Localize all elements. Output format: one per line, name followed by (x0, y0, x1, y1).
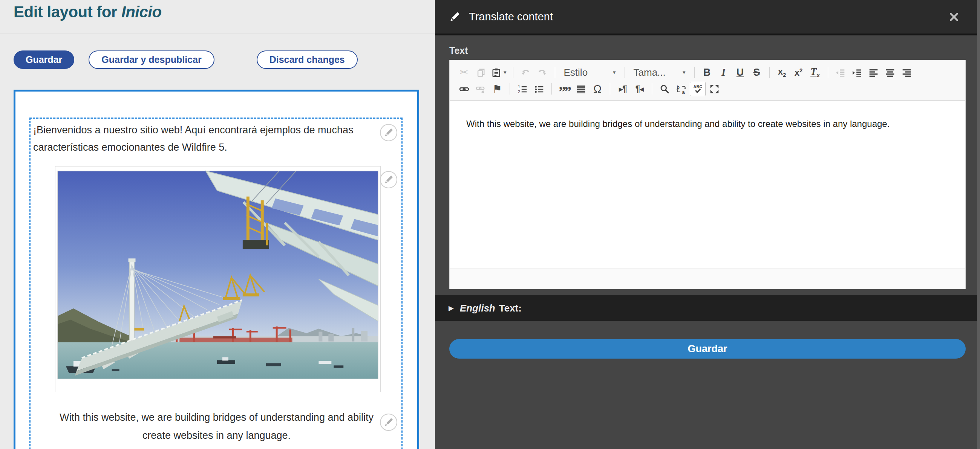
maximize-icon[interactable] (706, 82, 722, 96)
pencil-icon (449, 11, 461, 23)
bidi-rtl-icon[interactable]: ¶◂ (632, 82, 647, 96)
remove-format-icon[interactable]: Tx (807, 65, 823, 79)
toolbar-separator (828, 67, 828, 78)
english-text-line: With this website, we are building bridg… (30, 408, 402, 427)
source-language-label: English (460, 303, 495, 314)
toolbar-row-1: ✂▾Estilo▾Tama...▾BIUSx2x2Tx (456, 64, 959, 81)
italic-icon[interactable]: I (716, 65, 732, 79)
size-combo[interactable]: Tama...▾ (630, 65, 690, 79)
bulleted-list-icon[interactable] (531, 82, 547, 96)
chevron-down-icon: ▾ (504, 69, 507, 76)
expand-arrow-icon: ▶ (449, 304, 454, 312)
panel-title: Translate content (469, 11, 553, 23)
bridge-photo-block[interactable] (55, 166, 381, 392)
anchor-icon[interactable]: ⚑ (489, 82, 505, 96)
edit-image-button[interactable] (380, 171, 397, 188)
align-center-icon[interactable] (882, 65, 898, 79)
bold-icon[interactable]: B (699, 65, 715, 79)
copy-icon (473, 65, 488, 79)
source-field-label: Text: (499, 303, 522, 314)
english-text-line: create websites in any language. (30, 427, 402, 444)
align-left-icon[interactable] (866, 65, 881, 79)
page-title-emphasis: Inicio (121, 3, 162, 21)
layout-editor-pane: Edit layout for Inicio Guardar Guardar y… (0, 0, 435, 449)
bidi-ltr-icon[interactable]: ▸¶ (615, 82, 631, 96)
superscript-icon[interactable]: x2 (791, 65, 807, 79)
editor-toolbar: ✂▾Estilo▾Tama...▾BIUSx2x2Tx ⚑””Ω▸¶¶◂ (450, 60, 965, 101)
pencil-icon (383, 417, 394, 428)
cut-icon: ✂ (456, 65, 472, 79)
edit-intro-text-button[interactable] (380, 124, 397, 141)
intro-text-line: características emocionantes de Wildfire… (33, 139, 391, 156)
unlink-icon (473, 82, 488, 96)
replace-icon[interactable] (673, 82, 689, 96)
save-button[interactable]: Guardar (14, 51, 74, 69)
outdent-icon (833, 65, 848, 79)
toolbar-separator (513, 67, 513, 78)
toolbar-separator (625, 67, 625, 78)
link-icon[interactable] (456, 82, 472, 96)
edit-english-text-button[interactable] (380, 414, 397, 431)
div-container-icon[interactable] (573, 82, 589, 96)
indent-icon[interactable] (849, 65, 865, 79)
discard-changes-button[interactable]: Discard changes (257, 51, 358, 69)
bridge-construction-photo (56, 167, 380, 392)
header-divider (0, 33, 435, 33)
toolbar-separator (555, 67, 555, 78)
rich-text-editor: ✂▾Estilo▾Tama...▾BIUSx2x2Tx ⚑””Ω▸¶¶◂ Wit… (449, 60, 966, 289)
panel-header: Translate content (435, 0, 980, 35)
redo-icon (535, 65, 550, 79)
close-panel-button[interactable] (948, 11, 960, 23)
translate-content-panel: Translate content Text ✂▾Estilo▾Tama...▾… (435, 0, 980, 449)
pencil-icon (383, 127, 394, 138)
align-right-icon[interactable] (899, 65, 915, 79)
save-and-unpublish-button[interactable]: Guardar y despublicar (89, 51, 214, 69)
toolbar-separator (769, 67, 770, 78)
paste-icon[interactable]: ▾ (489, 65, 509, 79)
editor-content-area[interactable]: With this website, we are building bridg… (450, 101, 965, 268)
blockquote-icon[interactable]: ”” (556, 82, 572, 96)
close-icon (949, 12, 959, 22)
toolbar-separator (694, 67, 695, 78)
text-field-label: Text (449, 45, 980, 56)
subscript-icon[interactable]: x2 (774, 65, 790, 79)
chevron-down-icon: ▾ (613, 69, 616, 76)
numbered-list-icon[interactable] (514, 82, 530, 96)
special-character-icon[interactable]: Ω (590, 82, 605, 96)
styles-combo[interactable]: Estilo▾ (560, 65, 620, 79)
panel-save-button[interactable]: Guardar (449, 339, 966, 359)
action-button-row: Guardar Guardar y despublicar Discard ch… (14, 51, 358, 69)
toolbar-separator (551, 83, 552, 95)
editor-status-bar (450, 268, 965, 289)
toolbar-row-2: ⚑””Ω▸¶¶◂ (456, 81, 959, 97)
intro-text-line: ¡Bienvenidos a nuestro sitio web! Aquí e… (33, 121, 391, 139)
find-icon[interactable] (657, 82, 673, 96)
underline-icon[interactable]: U (732, 65, 748, 79)
toolbar-separator (652, 83, 652, 95)
chevron-down-icon: ▾ (682, 69, 686, 76)
english-source-collapsed-section[interactable]: ▶ English Text: (435, 295, 980, 321)
english-text-block[interactable]: With this website, we are building bridg… (30, 408, 402, 444)
spell-check-icon[interactable] (690, 82, 706, 96)
undo-icon (518, 65, 534, 79)
intro-text-block[interactable]: ¡Bienvenidos a nuestro sitio web! Aquí e… (33, 121, 391, 156)
panel-scrollbar[interactable] (977, 0, 980, 449)
toolbar-separator (510, 83, 510, 95)
page-title: Edit layout for Inicio (14, 3, 162, 21)
pencil-icon (383, 175, 394, 185)
toolbar-separator (610, 83, 610, 95)
strikethrough-icon[interactable]: S (749, 65, 765, 79)
